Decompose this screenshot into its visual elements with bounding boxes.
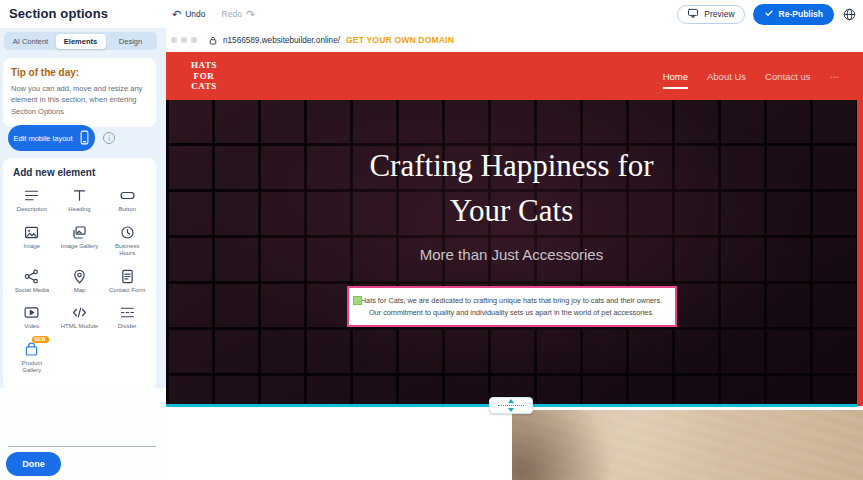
add-element-business-hours[interactable]: Business Hours — [103, 224, 151, 258]
language-globe-button[interactable] — [842, 7, 857, 22]
republish-label: Re-Publish — [779, 9, 823, 19]
add-element-description[interactable]: Description — [8, 187, 56, 214]
video-icon — [23, 304, 40, 321]
add-element-contact-form[interactable]: Contact Form — [103, 268, 151, 295]
add-element-panel: Add new element DescriptionHeadingButton… — [3, 158, 156, 390]
page-title: Section options — [9, 6, 108, 21]
add-element-label: Button — [118, 206, 135, 214]
hero-section[interactable]: Crafting Happiness for Your Cats More th… — [166, 100, 857, 406]
topbar: Section options ↶ Undo Redo ↷ Preview Re… — [0, 0, 863, 28]
preview-label: Preview — [704, 9, 734, 19]
next-section-image[interactable] — [512, 410, 863, 480]
site-url: n1566589.websitebuilder.online/ — [223, 36, 340, 45]
divider — [8, 446, 156, 447]
edit-mobile-layout-button[interactable]: Edit mobile layout — [8, 125, 95, 151]
section-resize-handle[interactable] — [489, 397, 533, 414]
site-scroll-strip — [857, 52, 863, 406]
new-badge: NEW — [32, 336, 49, 343]
add-element-label: Business Hours — [108, 243, 146, 258]
social-media-icon — [23, 268, 40, 285]
site-nav-item-about-us[interactable]: About Us — [707, 71, 746, 82]
preview-button[interactable]: Preview — [677, 5, 744, 24]
tip-body: Now you can add, move and resize any ele… — [11, 83, 148, 117]
add-element-image[interactable]: Image — [8, 224, 56, 258]
element-drag-handle[interactable] — [353, 296, 362, 305]
republish-button[interactable]: Re-Publish — [753, 4, 834, 25]
site-preview-area: n1566589.websitebuilder.online/ GET YOUR… — [166, 28, 863, 480]
add-element-label: Heading — [68, 206, 90, 214]
get-domain-link[interactable]: GET YOUR OWN DOMAIN — [346, 35, 454, 45]
add-element-grid: DescriptionHeadingButtonImageImage Galle… — [8, 187, 151, 375]
image-icon — [23, 224, 40, 241]
add-element-html-module[interactable]: HTML Module — [56, 304, 104, 331]
add-element-video[interactable]: Video — [8, 304, 56, 331]
add-element-label: Social Media — [15, 287, 49, 295]
hero-body-text: Hats for Cats, we are dedicated to craft… — [355, 295, 669, 318]
add-element-label: Image — [23, 243, 40, 251]
site-nav-item-more[interactable]: ⋯ — [830, 71, 840, 82]
map-icon — [71, 268, 88, 285]
divider-icon — [119, 304, 136, 321]
edit-mobile-label: Edit mobile layout — [13, 134, 72, 143]
hero-title-line1: Crafting Happiness for — [369, 148, 653, 183]
done-button[interactable]: Done — [6, 452, 61, 476]
site-nav-item-contact-us[interactable]: Contact us — [765, 71, 810, 82]
contact-form-icon — [119, 268, 136, 285]
add-element-label: HTML Module — [61, 323, 98, 331]
undo-label: Undo — [185, 9, 205, 19]
browser-dot — [171, 37, 177, 43]
add-element-map[interactable]: Map — [56, 268, 104, 295]
add-element-label: Contact Form — [109, 287, 145, 295]
grip-dots-icon — [498, 405, 524, 406]
sidebar: AI ContentElementsDesign Tip of the day:… — [0, 28, 166, 480]
monitor-icon — [687, 7, 699, 21]
undo-icon: ↶ — [172, 9, 181, 20]
add-element-button[interactable]: Button — [103, 187, 151, 214]
redo-button[interactable]: Redo ↷ — [222, 9, 256, 20]
hero-title-line2: Your Cats — [450, 193, 573, 228]
add-element-label: Divider — [118, 323, 137, 331]
add-panel-title: Add new element — [13, 167, 151, 178]
history-controls: ↶ Undo Redo ↷ — [172, 0, 255, 28]
description-icon — [23, 187, 40, 204]
hero-subtitle[interactable]: More than Just Accessories — [166, 246, 857, 263]
hero-text-element[interactable]: Hats for Cats, we are dedicated to craft… — [347, 286, 677, 327]
tab-elements[interactable]: Elements — [56, 34, 106, 49]
info-icon[interactable]: i — [103, 132, 115, 144]
button-icon — [119, 187, 136, 204]
check-icon — [764, 8, 774, 20]
phone-icon — [79, 130, 90, 147]
site-logo[interactable]: HATS FOR CATS — [180, 60, 228, 92]
hero-title[interactable]: Crafting Happiness for Your Cats — [166, 144, 857, 234]
topbar-actions: Preview Re-Publish — [677, 0, 857, 28]
heading-icon — [71, 187, 88, 204]
image-gallery-icon — [71, 224, 88, 241]
product-gallery-icon — [23, 341, 40, 358]
add-element-label: Image Gallery — [61, 243, 98, 251]
add-element-label: Map — [74, 287, 86, 295]
business-hours-icon — [119, 224, 136, 241]
site-viewport: HATS FOR CATS HomeAbout UsContact us⋯ Cr… — [166, 52, 863, 480]
redo-label: Redo — [222, 9, 242, 19]
add-element-divider[interactable]: Divider — [103, 304, 151, 331]
add-element-product-gallery[interactable]: Product GalleryNEW — [8, 341, 56, 375]
tab-ai-content[interactable]: AI Content — [6, 34, 56, 49]
browser-dot — [191, 37, 197, 43]
html-module-icon — [71, 304, 88, 321]
add-element-social-media[interactable]: Social Media — [8, 268, 56, 295]
sidebar-tabs: AI ContentElementsDesign — [4, 32, 157, 50]
arrow-up-icon — [508, 399, 514, 403]
browser-bar: n1566589.websitebuilder.online/ GET YOUR… — [166, 28, 863, 52]
tip-heading: Tip of the day: — [11, 67, 148, 78]
add-element-image-gallery[interactable]: Image Gallery — [56, 224, 104, 258]
redo-icon: ↷ — [246, 9, 255, 20]
tab-design[interactable]: Design — [106, 34, 156, 49]
undo-button[interactable]: ↶ Undo — [172, 9, 206, 20]
arrow-down-icon — [508, 408, 514, 412]
site-nav-item-home[interactable]: Home — [663, 71, 688, 82]
lock-icon — [208, 35, 218, 46]
site-nav: HomeAbout UsContact us⋯ — [663, 52, 839, 100]
add-element-label: Description — [17, 206, 47, 214]
add-element-heading[interactable]: Heading — [56, 187, 104, 214]
add-element-label: Video — [24, 323, 39, 331]
